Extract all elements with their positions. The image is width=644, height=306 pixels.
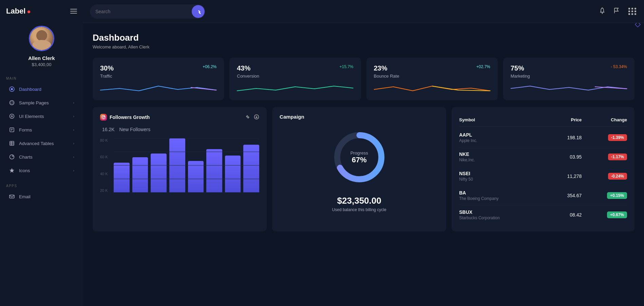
sparkline-traffic	[100, 83, 216, 94]
sidebar-item-ui-elements[interactable]: UI Elements ›	[3, 110, 80, 123]
icons-icon	[9, 167, 15, 174]
svg-point-18	[602, 13, 603, 14]
svg-marker-14	[10, 168, 14, 173]
stat-card-conversion: 43% +15.7% Conversion	[229, 58, 361, 100]
diamond-icon: ◇	[635, 23, 641, 28]
forms-icon	[9, 127, 15, 133]
svg-rect-6	[10, 128, 14, 132]
broadcast-button[interactable]	[245, 114, 250, 121]
sidebar-item-icons[interactable]: Icons ›	[3, 164, 80, 177]
email-icon	[9, 193, 15, 200]
sidebar-item-advanced-tables[interactable]: Advanced Tables ›	[3, 137, 80, 150]
chevron-right-icon: ›	[73, 155, 74, 159]
search-bar	[90, 4, 205, 19]
donut-center: Progress 67%	[351, 150, 368, 164]
change-badge: -1.39%	[608, 134, 627, 141]
campaign-card: Campaign	[272, 107, 446, 231]
sparkline-conversion	[237, 83, 353, 94]
avatar	[29, 26, 54, 51]
chevron-right-icon: ›	[73, 168, 74, 172]
stock-symbol: NKE	[459, 151, 543, 157]
sidebar-item-sample-pages[interactable]: Sample Pages ›	[3, 96, 80, 109]
y-label: 20 K	[100, 188, 108, 192]
main-content: ◇ Dashboard Welcome aboard, Allen Clerk …	[83, 0, 644, 306]
stock-symbol: NSEI	[459, 171, 543, 176]
sidebar-item-forms[interactable]: Forms ›	[3, 123, 80, 136]
stat-card-marketing: 75% - 53.34% Marketing	[503, 58, 634, 100]
symbol-header: Symbol	[459, 117, 543, 122]
sparkline-bounce	[374, 83, 490, 94]
svg-point-22	[247, 116, 248, 118]
stock-price: 354.67	[543, 193, 585, 198]
topbar-actions	[599, 7, 636, 16]
stats-row: 30% +06.2% Traffic 43% +15.7% Conversion	[93, 58, 634, 100]
stock-symbol: AAPL	[459, 132, 543, 138]
nav-main-label: MAIN	[0, 73, 83, 82]
chevron-right-icon: ›	[73, 128, 74, 132]
stat-label: Marketing	[511, 74, 627, 79]
stock-name: Nike,Inc.	[459, 158, 543, 162]
sidebar-item-label: Charts	[19, 155, 33, 160]
hamburger-line	[70, 9, 77, 9]
stocks-card: Symbol Price Change AAPL Apple Inc. 198.…	[452, 107, 634, 231]
progress-percent: 67%	[351, 156, 368, 164]
stock-price: 08.42	[543, 212, 585, 218]
change-badge: +0.15%	[607, 192, 627, 199]
followers-growth-card: Followers Growth 16.2K New Followers	[93, 107, 267, 231]
stat-percent: 30%	[100, 64, 114, 72]
ui-elements-icon	[9, 113, 15, 119]
sparkline-marketing	[511, 83, 627, 94]
sidebar-item-label: Sample Pages	[19, 100, 49, 105]
stat-percent: 75%	[511, 64, 524, 72]
svg-rect-15	[10, 195, 14, 198]
stat-card-traffic: 30% +06.2% Traffic	[93, 58, 224, 100]
sidebar-header: Label	[0, 0, 83, 19]
followers-bar-chart: 80 K 60 K 40 K 20 K	[100, 138, 259, 199]
stock-name: Starbucks Corporation	[459, 216, 543, 220]
chart-gridlines	[114, 138, 259, 192]
y-label: 60 K	[100, 155, 108, 159]
sidebar-item-label: Forms	[19, 127, 32, 132]
download-button[interactable]	[254, 114, 259, 121]
stat-change: - 53.34%	[611, 64, 627, 69]
stat-card-bounce-rate: 23% +02.7% Bounce Rate	[366, 58, 498, 100]
main-grid: Followers Growth 16.2K New Followers	[93, 107, 634, 231]
dashboard-icon	[9, 86, 15, 92]
stat-label: Bounce Rate	[374, 74, 490, 79]
apps-button[interactable]	[628, 8, 636, 15]
chevron-right-icon: ›	[73, 141, 74, 145]
sidebar-item-label: UI Elements	[19, 114, 44, 119]
notifications-button[interactable]	[599, 7, 606, 16]
sidebar-item-charts[interactable]: Charts ›	[3, 150, 80, 163]
stocks-table-header: Symbol Price Change	[459, 114, 627, 127]
price-header: Price	[543, 117, 585, 122]
sidebar-item-label: Dashboard	[19, 87, 41, 92]
campaign-donut: Progress 67%	[330, 128, 388, 186]
stat-label: Conversion	[237, 74, 353, 79]
stock-name: The Boeing Company	[459, 196, 543, 201]
chevron-right-icon: ›	[73, 101, 74, 105]
sidebar-item-label: Email	[19, 194, 31, 199]
campaign-amount: $23,350.00	[337, 196, 381, 206]
search-input[interactable]	[95, 9, 191, 14]
svg-point-5	[11, 116, 13, 117]
hamburger-button[interactable]	[70, 9, 77, 14]
sidebar: Label Allen Clerk $3,400,00 MAIN Dashboa…	[0, 0, 83, 306]
svg-point-2	[10, 101, 14, 105]
content-area: ◇ Dashboard Welcome aboard, Allen Clerk …	[83, 23, 644, 306]
table-row: NKE Nike,Inc. 03.95 -1.17%	[459, 147, 627, 167]
logo-text: Label	[6, 7, 25, 16]
messages-button[interactable]	[613, 7, 621, 16]
sidebar-item-dashboard[interactable]: Dashboard	[3, 83, 80, 96]
advanced-tables-icon	[9, 140, 15, 146]
progress-label: Progress	[351, 150, 368, 156]
change-badge: -0.24%	[608, 173, 627, 180]
stat-label: Traffic	[100, 74, 216, 79]
sidebar-item-label: Advanced Tables	[19, 141, 54, 146]
stat-percent: 23%	[374, 64, 387, 72]
user-balance: $3,400,00	[32, 62, 52, 67]
sidebar-item-email[interactable]: Email	[3, 190, 80, 203]
followers-count: 16.2K New Followers	[100, 123, 259, 134]
stat-change: +06.2%	[203, 64, 216, 69]
search-button[interactable]	[192, 5, 205, 18]
